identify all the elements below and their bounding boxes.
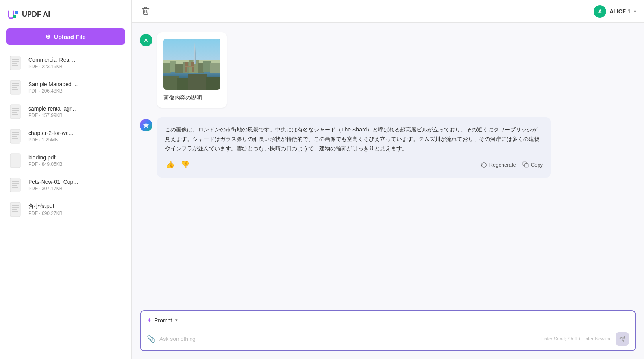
logo-area: UPDF AI (6, 8, 125, 20)
file-name: chapter-2-for-we... (28, 130, 73, 136)
sidebar: UPDF AI ⊕ Upload File Commercial Real ..… (0, 0, 132, 359)
svg-rect-34 (12, 207, 19, 208)
upload-file-button[interactable]: ⊕ Upload File (6, 28, 125, 45)
svg-rect-3 (12, 59, 19, 60)
svg-rect-16 (12, 114, 18, 115)
chat-input[interactable] (159, 336, 537, 342)
upload-icon: ⊕ (46, 33, 51, 40)
svg-rect-18 (12, 132, 19, 133)
file-meta: PDF · 307.17KB (28, 186, 78, 191)
file-item[interactable]: bidding.pdf PDF · 849.05KB (6, 149, 125, 172)
user-avatar: A (140, 34, 152, 46)
svg-rect-46 (203, 61, 211, 72)
svg-rect-42 (175, 64, 184, 73)
svg-rect-14 (12, 110, 19, 111)
file-name: Sample Managed ... (28, 81, 78, 87)
file-icon (9, 202, 24, 217)
svg-rect-8 (12, 83, 19, 84)
input-bottom: 📎 Enter Send; Shift + Enter Newline (147, 332, 629, 346)
svg-rect-47 (210, 63, 220, 73)
svg-rect-33 (12, 205, 19, 206)
ai-action-buttons: Regenerate Copy (481, 161, 543, 168)
ai-avatar (140, 119, 152, 131)
svg-rect-36 (12, 211, 18, 212)
svg-rect-11 (12, 89, 18, 90)
copy-label: Copy (531, 162, 543, 168)
prompt-chevron-icon: ▾ (175, 318, 178, 323)
svg-rect-26 (12, 163, 18, 163)
prompt-label: Prompt (154, 317, 172, 324)
thumbs-up-icon: 👍 (166, 161, 174, 168)
input-hint: Enter Send; Shift + Enter Newline (541, 336, 612, 342)
file-item[interactable]: Sample Managed ... PDF · 206.48KB (6, 76, 125, 99)
london-image (163, 39, 220, 90)
svg-rect-15 (12, 112, 17, 113)
file-meta: PDF · 849.05KB (28, 161, 63, 167)
user-message-row: A (140, 32, 636, 108)
svg-rect-6 (12, 65, 18, 66)
thumbs-down-icon: 👎 (181, 161, 189, 168)
chevron-down-icon: ▾ (634, 9, 636, 14)
user-bubble: 画像内容の説明 (157, 32, 227, 108)
ai-response-text: この画像は、ロンドンの市街地の風景です。中央には有名なシャード（The Shar… (165, 125, 543, 153)
app-title: UPDF AI (22, 10, 50, 19)
input-top: ✦ Prompt ▾ (147, 316, 629, 328)
copy-icon (522, 161, 529, 168)
svg-rect-57 (188, 74, 207, 90)
file-item[interactable]: Commercial Real ... PDF · 223.15KB (6, 51, 125, 75)
thumbs-up-button[interactable]: 👍 (165, 159, 175, 170)
trash-icon (141, 6, 150, 15)
svg-rect-25 (12, 161, 17, 161)
svg-rect-20 (12, 136, 17, 137)
ai-message-row: この画像は、ロンドンの市街地の風景です。中央には有名なシャード（The Shar… (140, 117, 636, 178)
svg-rect-58 (206, 77, 220, 90)
svg-rect-10 (12, 87, 17, 88)
svg-point-1 (13, 15, 16, 18)
svg-rect-4 (12, 61, 19, 62)
header-user-name: ALICE 1 (609, 8, 631, 15)
user-message-caption: 画像内容の説明 (163, 94, 220, 102)
ai-logo-icon (142, 122, 150, 129)
upload-label: Upload File (54, 33, 86, 40)
svg-rect-28 (12, 181, 19, 182)
svg-rect-54 (191, 62, 194, 66)
file-info: chapter-2-for-we... PDF · 1.25MB (28, 130, 73, 142)
attach-button[interactable]: 📎 (147, 335, 155, 343)
copy-button[interactable]: Copy (522, 161, 543, 168)
file-meta: PDF · 690.27KB (28, 211, 63, 216)
file-meta: PDF · 206.48KB (28, 88, 78, 94)
svg-rect-23 (12, 157, 19, 157)
chat-body: A (132, 23, 644, 305)
ai-feedback-buttons: 👍 👎 (165, 159, 190, 170)
ai-actions: 👍 👎 Regenerate (165, 159, 543, 170)
updf-logo-icon (6, 8, 19, 20)
regenerate-label: Regenerate (489, 162, 516, 168)
file-item[interactable]: sample-rental-agr... PDF · 157.99KB (6, 100, 125, 124)
file-info: Sample Managed ... PDF · 206.48KB (28, 81, 78, 94)
thumbs-down-button[interactable]: 👎 (180, 159, 190, 170)
file-item[interactable]: 斉小萤.pdf PDF · 690.27KB (6, 198, 125, 221)
file-info: sample-rental-agr... PDF · 157.99KB (28, 105, 76, 118)
svg-rect-31 (12, 187, 18, 188)
file-meta: PDF · 1.25MB (28, 137, 73, 142)
user-menu[interactable]: A ALICE 1 ▾ (594, 5, 636, 18)
svg-rect-55 (163, 76, 179, 90)
svg-rect-9 (12, 85, 19, 86)
regenerate-button[interactable]: Regenerate (481, 161, 516, 168)
svg-rect-52 (185, 66, 194, 67)
file-icon (9, 153, 24, 168)
svg-rect-56 (177, 78, 189, 90)
chat-header: A ALICE 1 ▾ (132, 0, 644, 23)
send-button[interactable] (616, 332, 629, 346)
main-panel: A ALICE 1 ▾ A (132, 0, 644, 359)
file-icon (9, 104, 24, 120)
file-item[interactable]: Pets-New-01_Cop... PDF · 307.17KB (6, 173, 125, 197)
svg-rect-19 (12, 134, 19, 135)
delete-button[interactable] (140, 5, 152, 18)
sparkle-icon: ✦ (147, 316, 152, 324)
file-meta: PDF · 157.99KB (28, 113, 76, 118)
file-item[interactable]: chapter-2-for-we... PDF · 1.25MB (6, 124, 125, 148)
file-info: bidding.pdf PDF · 849.05KB (28, 154, 63, 167)
svg-rect-53 (185, 62, 188, 66)
ai-bubble: この画像は、ロンドンの市街地の風景です。中央には有名なシャード（The Shar… (157, 117, 551, 178)
